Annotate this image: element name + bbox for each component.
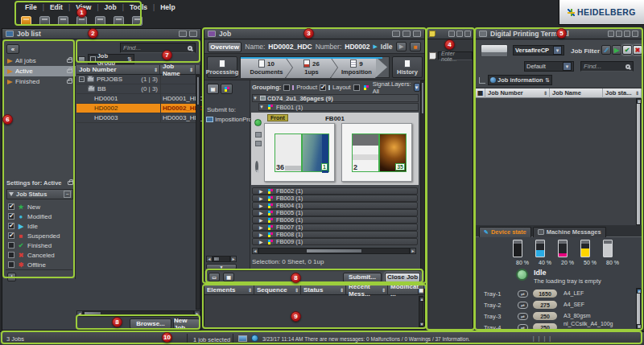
expander-icon[interactable]: ▶ xyxy=(259,239,265,244)
grouping-icon[interactable] xyxy=(78,56,85,63)
menu-job[interactable]: Job xyxy=(99,3,122,11)
product-checkbox[interactable] xyxy=(283,84,290,91)
sidebar-item-all-jobs[interactable]: All jobs xyxy=(4,55,76,66)
pin-panel-icon[interactable] xyxy=(392,31,400,37)
status-checkbox[interactable] xyxy=(8,203,14,210)
resize-grip[interactable]: ❘❘❘❘ xyxy=(531,335,553,342)
menu-edit[interactable]: Edit xyxy=(44,3,68,11)
tab-device-state[interactable]: ✎ Device state xyxy=(479,227,531,237)
sort-icon[interactable]: ⇕ xyxy=(189,67,192,72)
page-thumbnail-1[interactable]: 1 xyxy=(302,133,329,172)
page-thumbnail-36[interactable]: 36 xyxy=(275,133,302,172)
job-group-row-bb[interactable]: BB (0 | 3) xyxy=(76,84,196,94)
dpt-vertical-scrollbar[interactable]: ▲ xyxy=(636,98,641,225)
menu-tools[interactable]: Tools xyxy=(124,3,153,11)
open-job-icon[interactable] xyxy=(21,16,31,26)
column-config-icon[interactable]: ▦ xyxy=(419,285,424,295)
expander-icon[interactable]: ▶ xyxy=(259,195,265,201)
submit-button[interactable]: Submit... xyxy=(343,273,382,282)
tray-vertical-scrollbar[interactable]: ▲ ▼ xyxy=(636,288,641,330)
content-vertical-scrollbar[interactable] xyxy=(420,80,425,270)
history-step-button[interactable]: History xyxy=(392,56,423,78)
spinner-icon[interactable]: ⇅ xyxy=(127,56,132,63)
row-icon-column[interactable]: ▦ xyxy=(476,88,485,98)
float-panel-icon[interactable] xyxy=(632,31,638,37)
signa-checkbox[interactable] xyxy=(353,84,360,91)
column-header-job-state[interactable]: Job sta...⇕ xyxy=(603,88,642,98)
column-header-job-number[interactable]: Job Number⇕ xyxy=(485,88,550,98)
sort-icon[interactable]: ⇕ xyxy=(635,90,638,96)
thumb-view-toggle[interactable] xyxy=(221,84,233,94)
device-select[interactable]: VersafireCP ▼ xyxy=(513,45,564,55)
layout-checkbox[interactable] xyxy=(320,84,326,91)
messages-monitor-icon[interactable] xyxy=(238,335,247,342)
sheet-row[interactable]: ▶ FB006 (1) xyxy=(252,216,418,224)
submit-target-item[interactable]: ImpositionProof xyxy=(206,116,257,123)
tray-row[interactable]: Tray-2 ⇄ 275 A4_SEF xyxy=(476,299,634,310)
overview-button[interactable]: Overview xyxy=(208,42,242,52)
scroll-up-icon[interactable]: ▲ xyxy=(419,297,424,302)
sheet-row[interactable]: ▶ FB002 (1) xyxy=(252,187,418,195)
stop-button[interactable]: ■ xyxy=(410,42,421,51)
zoom-tool-icon[interactable] xyxy=(255,161,258,172)
dpt-find-input[interactable]: Find... xyxy=(580,61,634,72)
new-job-button[interactable]: New Job... xyxy=(173,318,200,329)
sort-icon[interactable]: ⇕ xyxy=(154,67,157,72)
scroll-right-icon[interactable]: ► xyxy=(230,256,237,262)
chevron-down-icon[interactable]: ▼ xyxy=(553,46,562,55)
tab-documents[interactable]: 10 Documents xyxy=(241,57,292,78)
sheet-tree-root[interactable]: ▼ CD74_2u1_36pages (9) xyxy=(252,94,419,102)
view-mode-icon[interactable]: ▭ xyxy=(208,273,220,281)
sheet-row[interactable]: ▶ FB008 (1) xyxy=(252,231,418,238)
column-header-job-number[interactable]: Job Number⇕ xyxy=(76,65,160,75)
expander-icon[interactable]: ▶ xyxy=(259,188,265,194)
report-icon[interactable] xyxy=(114,16,124,26)
menu-file[interactable]: File xyxy=(19,3,43,11)
job-row-hd0002-selected[interactable]: HD0002 HD0002_HDC xyxy=(76,104,196,113)
export-icon[interactable] xyxy=(95,16,105,26)
tab-1ups[interactable]: 26 1ups xyxy=(286,57,337,78)
sheet-row[interactable]: ▶ FB005 (1) xyxy=(252,209,418,216)
pin-panel-icon[interactable] xyxy=(448,31,455,37)
scroll-up-icon[interactable]: ▲ xyxy=(637,99,642,104)
sheet-front[interactable]: 36 1 xyxy=(264,123,335,182)
find-input[interactable]: Find... xyxy=(120,43,196,53)
expander-icon[interactable]: ▼ xyxy=(259,105,265,109)
scroll-down-icon[interactable]: ▼ xyxy=(419,322,424,327)
maximize-panel-icon[interactable] xyxy=(413,31,421,37)
column-header-sequence[interactable]: Sequence⇕ xyxy=(254,285,301,295)
browse-button[interactable]: Browse... xyxy=(130,318,171,329)
tray-row[interactable]: Tray-1 ⇄ 1650 A4_LEF xyxy=(476,288,634,299)
status-filter-row[interactable]: ★ New xyxy=(4,202,76,212)
status-checkbox[interactable] xyxy=(8,223,14,229)
collapse-node-icon[interactable]: − xyxy=(79,76,85,82)
job-row-hd0003[interactable]: HD0003 HD0003_HD_City xyxy=(76,113,196,123)
sort-icon[interactable]: ⇕ xyxy=(340,287,343,293)
vertical-scrollbar[interactable] xyxy=(196,75,200,310)
status-filter-row[interactable]: ● Modified xyxy=(4,212,76,221)
scroll-left-icon[interactable]: ◄ xyxy=(252,248,258,254)
status-filter-row[interactable]: ✱ Offline xyxy=(4,260,76,269)
column-header-job-name[interactable]: Job Name⇕ xyxy=(160,65,196,75)
status-checkbox[interactable] xyxy=(8,261,14,268)
tab-machine-messages[interactable]: Machine Messages xyxy=(533,227,606,237)
user-note-icon[interactable] xyxy=(456,31,463,37)
status-checkbox[interactable] xyxy=(8,242,14,248)
collapse-group-icon[interactable]: − xyxy=(64,191,71,198)
monitor-icon[interactable] xyxy=(132,16,142,26)
pin-panel-icon[interactable] xyxy=(608,31,614,37)
search-icon[interactable] xyxy=(625,64,630,69)
expander-icon[interactable]: ▶ xyxy=(259,217,265,223)
page-thumbnail-35[interactable]: 35 xyxy=(379,133,407,172)
note-input[interactable]: Enter note... xyxy=(438,51,473,60)
status-checkbox[interactable] xyxy=(8,252,14,258)
expander-icon[interactable]: ▶ xyxy=(259,224,265,230)
sheet-row[interactable]: ▶ FB004 (1) xyxy=(252,202,418,209)
filter-paused-button[interactable]: ∕∕ xyxy=(601,45,611,55)
status-filter-row[interactable]: ✔ Finished xyxy=(4,240,76,250)
grid-tool-icon[interactable] xyxy=(255,141,262,146)
sheet-row[interactable]: ▶ FB003 (1) xyxy=(252,195,418,202)
status-checkbox[interactable] xyxy=(8,213,14,220)
user-panel-icon[interactable] xyxy=(624,31,630,37)
rail-dropdown-button[interactable]: ▼ xyxy=(206,264,237,269)
